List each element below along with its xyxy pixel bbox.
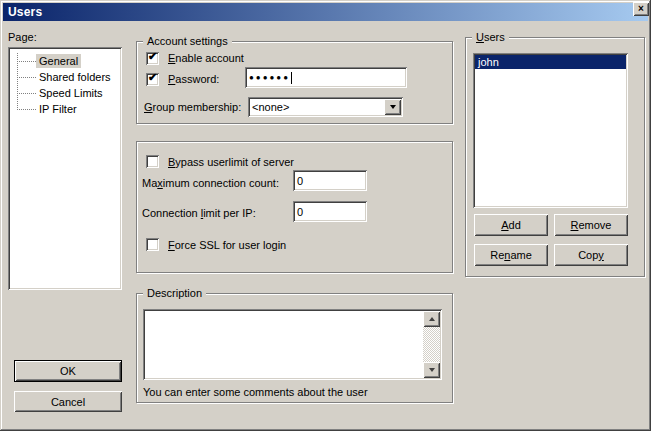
tree-item-label[interactable]: Shared folders [36,70,114,84]
users-group-title: Users [472,31,509,44]
scroll-down-button[interactable] [423,362,440,378]
ip-limit-label: Connection limit per IP: [142,207,256,220]
rename-button[interactable]: Rename [474,244,548,266]
description-scrollbar[interactable] [423,311,440,378]
group-membership-value: <none> [252,101,289,113]
force-ssl-checkbox[interactable]: ✔ [146,238,159,251]
ip-limit-input[interactable]: 0 [293,201,367,222]
tree-item-label[interactable]: IP Filter [36,102,80,116]
group-membership-select[interactable]: <none> [248,97,403,117]
force-ssl-label: Force SSL for user login [168,239,286,252]
tree-connector [17,93,36,94]
tree-item-label[interactable]: General [36,54,81,68]
tree-connector [17,77,36,78]
description-hint: You can enter some comments about the us… [143,386,368,399]
bypass-userlimit-checkbox[interactable]: ✔ [146,155,159,168]
page-tree[interactable]: General Shared folders Speed Limits IP F… [8,47,122,290]
max-connections-input[interactable]: 0 [293,170,367,191]
dropdown-button[interactable] [384,99,401,115]
tree-item-general[interactable]: General [8,53,122,69]
max-connections-value: 0 [297,175,303,187]
bypass-userlimit-label: Bypass userlimit of server [168,156,294,169]
arrow-down-icon [429,368,435,375]
cancel-button-label: Cancel [51,396,85,408]
password-checkbox[interactable]: ✔ [146,73,159,86]
users-dialog: Users × Page: General Shared folders Spe… [0,0,651,431]
tree-item-shared-folders[interactable]: Shared folders [8,69,122,85]
add-button[interactable]: Add [474,214,548,236]
group-membership-label: Group membership: [144,101,241,114]
remove-button[interactable]: Remove [554,214,628,236]
add-button-label: Add [501,219,521,231]
description-textarea[interactable] [143,309,442,380]
remove-button-label: Remove [571,219,612,231]
password-value: ●●●●●● [249,72,290,84]
enable-account-checkbox[interactable]: ✔ [146,52,159,65]
cancel-button[interactable]: Cancel [14,391,122,412]
arrow-up-icon [429,314,435,321]
ip-limit-value: 0 [297,206,303,218]
ok-button[interactable]: OK [14,360,122,382]
close-icon: × [638,3,644,15]
password-input[interactable]: ●●●●●● [245,67,407,88]
tree-connector [17,109,36,110]
text-caret [291,72,292,84]
page-label: Page: [8,31,37,44]
tree-item-ip-filter[interactable]: IP Filter [8,101,122,117]
window-title: Users [8,5,42,19]
enable-account-label: Enable account [168,52,244,65]
scroll-up-button[interactable] [423,311,440,327]
password-label: Password: [168,73,219,86]
rename-button-label: Rename [490,249,532,261]
ok-button-label: OK [60,365,76,377]
close-button[interactable]: × [633,2,649,16]
user-list-item[interactable]: john [475,55,626,69]
tree-item-label[interactable]: Speed Limits [36,86,106,100]
check-icon: ✔ [148,71,157,84]
copy-button-label: Copy [578,249,604,261]
chevron-down-icon [390,105,396,112]
title-bar[interactable]: Users [3,3,648,21]
account-settings-title: Account settings [143,35,232,48]
max-connections-label: Maximum connection count: [142,177,279,190]
tree-connector [17,61,36,62]
users-list[interactable]: john [473,53,628,208]
description-title: Description [143,287,206,300]
tree-item-speed-limits[interactable]: Speed Limits [8,85,122,101]
check-icon: ✔ [148,50,157,63]
copy-button[interactable]: Copy [554,244,628,266]
